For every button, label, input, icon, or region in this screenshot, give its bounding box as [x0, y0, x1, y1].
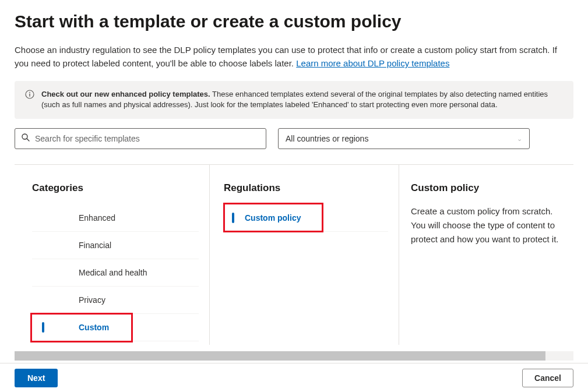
footer: Next Cancel	[0, 363, 588, 392]
regulation-custom-policy[interactable]: Custom policy	[224, 204, 388, 232]
details-column: Custom policy Create a custom policy fro…	[399, 165, 573, 345]
next-button[interactable]: Next	[15, 369, 58, 387]
categories-column: Categories Enhanced Financial Medical an…	[15, 165, 210, 345]
categories-list: Enhanced Financial Medical and health Pr…	[32, 204, 199, 341]
toolbar: All countries or regions ⌄	[15, 128, 573, 149]
category-label: Privacy	[79, 295, 105, 305]
chevron-down-icon: ⌄	[517, 135, 522, 143]
category-custom[interactable]: Custom	[32, 314, 199, 341]
region-select[interactable]: All countries or regions ⌄	[278, 128, 530, 149]
details-text: Create a custom policy from scratch. You…	[411, 204, 568, 246]
info-banner-bold: Check out our new enhanced policy templa…	[41, 90, 210, 98]
info-icon	[25, 90, 34, 99]
category-label: Enhanced	[79, 213, 115, 223]
search-icon	[21, 133, 35, 144]
region-select-value: All countries or regions	[286, 134, 368, 143]
category-enhanced[interactable]: Enhanced	[32, 204, 199, 232]
info-banner-text: Check out our new enhanced policy templa…	[41, 89, 563, 111]
columns: Categories Enhanced Financial Medical an…	[15, 164, 573, 345]
search-input[interactable]	[35, 134, 260, 143]
category-label: Custom	[79, 323, 109, 332]
category-label: Medical and health	[79, 268, 147, 277]
selection-indicator	[232, 213, 234, 223]
regulation-label: Custom policy	[245, 213, 301, 223]
details-header: Custom policy	[411, 182, 568, 194]
info-banner: Check out our new enhanced policy templa…	[15, 81, 573, 119]
scrollbar-thumb[interactable]	[15, 351, 545, 361]
svg-rect-2	[29, 93, 30, 97]
cancel-button[interactable]: Cancel	[522, 369, 573, 387]
category-label: Financial	[79, 241, 111, 250]
regulations-header: Regulations	[224, 182, 388, 194]
svg-line-4	[27, 139, 29, 141]
description-text: Choose an industry regulation to see the…	[15, 45, 557, 68]
page-description: Choose an industry regulation to see the…	[15, 43, 573, 70]
regulations-column: Regulations Custom policy	[210, 165, 399, 345]
category-privacy[interactable]: Privacy	[32, 287, 199, 314]
horizontal-scrollbar[interactable]	[15, 351, 573, 361]
category-financial[interactable]: Financial	[32, 232, 199, 259]
categories-header: Categories	[32, 182, 199, 194]
category-medical[interactable]: Medical and health	[32, 259, 199, 287]
page-title: Start with a template or create a custom…	[15, 12, 573, 31]
regulations-list: Custom policy	[224, 204, 388, 232]
svg-point-1	[29, 91, 30, 93]
learn-more-link[interactable]: Learn more about DLP policy templates	[296, 58, 449, 68]
search-box[interactable]	[15, 128, 266, 149]
selection-indicator	[42, 322, 44, 333]
